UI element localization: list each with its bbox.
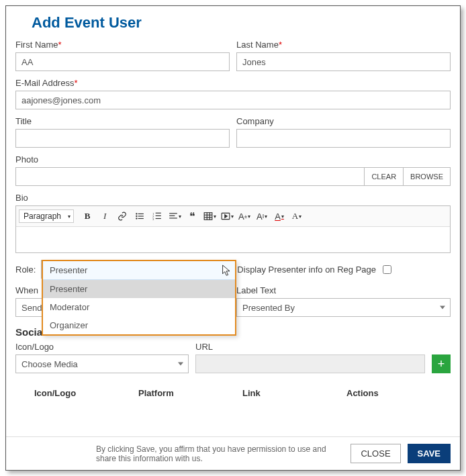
choose-media-select[interactable]: Choose Media bbox=[15, 354, 189, 373]
display-presenter-label: Display Presenter info on Reg Page bbox=[237, 265, 376, 275]
required-marker: * bbox=[58, 40, 62, 50]
font-family-icon[interactable]: AI▾ bbox=[254, 208, 270, 224]
page-title: Add Event User bbox=[32, 14, 451, 32]
th-actions: Actions bbox=[346, 388, 451, 398]
email-label-text: E-Mail Address bbox=[15, 78, 74, 88]
cursor-icon bbox=[222, 264, 232, 277]
company-field: Company bbox=[236, 116, 451, 148]
bio-field: Bio Paragraph ▾ B I 123 bbox=[15, 193, 451, 253]
italic-icon[interactable]: I bbox=[97, 208, 113, 224]
rte-toolbar: Paragraph ▾ B I 123 ▾ bbox=[16, 206, 450, 227]
add-social-button[interactable]: + bbox=[432, 354, 451, 373]
role-option-moderator[interactable]: Moderator bbox=[43, 298, 235, 316]
quote-icon[interactable]: ❝ bbox=[184, 208, 200, 224]
role-dropdown-selected[interactable]: Presenter bbox=[43, 261, 235, 280]
svg-marker-21 bbox=[224, 215, 227, 218]
plus-icon: + bbox=[438, 357, 445, 371]
svg-rect-1 bbox=[138, 213, 144, 214]
first-name-label: First Name* bbox=[15, 40, 230, 50]
display-presenter-wrap: Display Presenter info on Reg Page bbox=[237, 265, 391, 275]
svg-point-4 bbox=[136, 218, 137, 219]
svg-rect-7 bbox=[156, 213, 161, 213]
title-field: Title bbox=[15, 116, 230, 148]
label-text-label: Label Text bbox=[236, 285, 451, 295]
role-dropdown-selected-text: Presenter bbox=[50, 265, 87, 275]
svg-point-0 bbox=[136, 213, 137, 214]
svg-rect-9 bbox=[156, 216, 161, 216]
modal-body: Add Event User First Name* Last Name* E-… bbox=[6, 6, 460, 436]
icon-logo-label: Icon/Logo bbox=[15, 342, 189, 352]
photo-path-display bbox=[15, 167, 364, 186]
role-option-presenter[interactable]: Presenter bbox=[43, 280, 235, 298]
photo-field: Photo CLEAR BROWSE bbox=[15, 154, 451, 186]
svg-rect-15 bbox=[204, 213, 212, 220]
name-row: First Name* Last Name* bbox=[15, 40, 451, 71]
bio-editor: Paragraph ▾ B I 123 ▾ bbox=[15, 205, 451, 253]
email-input[interactable] bbox=[15, 91, 451, 109]
company-label: Company bbox=[236, 116, 451, 126]
font-size-icon[interactable]: A±▾ bbox=[236, 208, 252, 224]
url-field: URL bbox=[195, 342, 425, 373]
svg-rect-14 bbox=[169, 218, 177, 218]
social-add-row: Icon/Logo Choose Media URL + bbox=[15, 342, 451, 373]
media-icon[interactable]: ▾ bbox=[219, 208, 235, 224]
role-label: Role: bbox=[15, 265, 36, 275]
modal-footer: By clicking Save, you affirm that you ha… bbox=[6, 436, 460, 470]
label-text-field: Label Text Presented By bbox=[236, 285, 451, 317]
font-color-icon[interactable]: A▾ bbox=[271, 208, 287, 224]
first-name-field: First Name* bbox=[15, 40, 230, 71]
bold-icon[interactable]: B bbox=[79, 208, 95, 224]
url-input[interactable] bbox=[195, 354, 425, 373]
first-name-label-text: First Name bbox=[15, 40, 58, 50]
last-name-input[interactable] bbox=[236, 52, 451, 71]
photo-clear-button[interactable]: CLEAR bbox=[364, 167, 404, 186]
rte-format-label: Paragraph bbox=[24, 211, 61, 221]
bullet-list-icon[interactable] bbox=[132, 208, 148, 224]
bio-label: Bio bbox=[15, 193, 451, 203]
required-marker: * bbox=[74, 78, 77, 88]
svg-point-2 bbox=[136, 216, 137, 217]
last-name-label: Last Name* bbox=[236, 40, 451, 50]
svg-rect-12 bbox=[169, 213, 177, 213]
photo-label: Photo bbox=[15, 154, 451, 164]
label-text-select[interactable]: Presented By bbox=[236, 298, 451, 317]
display-presenter-checkbox[interactable] bbox=[383, 265, 391, 274]
align-icon[interactable]: ▾ bbox=[167, 208, 183, 224]
save-button[interactable]: SAVE bbox=[408, 444, 451, 463]
th-platform: Platform bbox=[138, 388, 242, 398]
email-row: E-Mail Address* bbox=[15, 78, 451, 109]
photo-row: CLEAR BROWSE bbox=[15, 167, 451, 186]
last-name-field: Last Name* bbox=[236, 40, 451, 71]
highlight-icon[interactable]: A▾ bbox=[289, 208, 305, 224]
title-input[interactable] bbox=[15, 129, 230, 148]
first-name-input[interactable] bbox=[15, 52, 230, 71]
title-label: Title bbox=[15, 116, 230, 126]
link-icon[interactable] bbox=[114, 208, 130, 224]
bio-textarea[interactable] bbox=[16, 227, 450, 252]
th-icon-logo: Icon/Logo bbox=[15, 388, 138, 398]
email-field: E-Mail Address* bbox=[15, 78, 451, 109]
svg-rect-3 bbox=[138, 216, 144, 216]
role-option-organizer[interactable]: Organizer bbox=[43, 316, 235, 334]
table-icon[interactable]: ▾ bbox=[201, 208, 218, 224]
chevron-down-icon: ▾ bbox=[68, 213, 71, 220]
footer-affirm-text: By clicking Save, you affirm that you ha… bbox=[15, 444, 344, 463]
svg-rect-5 bbox=[138, 218, 144, 219]
svg-rect-11 bbox=[156, 218, 161, 219]
role-dropdown-open: Presenter Presenter Moderator Organizer bbox=[42, 260, 236, 336]
svg-text:3: 3 bbox=[152, 218, 154, 221]
required-marker: * bbox=[279, 40, 282, 50]
social-table-header: Icon/Logo Platform Link Actions bbox=[15, 381, 451, 405]
email-label: E-Mail Address* bbox=[15, 78, 451, 88]
numbered-list-icon[interactable]: 123 bbox=[149, 208, 165, 224]
icon-logo-field: Icon/Logo Choose Media bbox=[15, 342, 189, 373]
close-button[interactable]: CLOSE bbox=[351, 444, 400, 463]
company-input[interactable] bbox=[236, 129, 451, 148]
last-name-label-text: Last Name bbox=[236, 40, 279, 50]
rte-format-select[interactable]: Paragraph ▾ bbox=[19, 209, 74, 223]
add-event-user-modal: Add Event User First Name* Last Name* E-… bbox=[5, 5, 461, 471]
th-link: Link bbox=[242, 388, 346, 398]
svg-rect-13 bbox=[169, 216, 175, 216]
url-label: URL bbox=[195, 342, 425, 352]
photo-browse-button[interactable]: BROWSE bbox=[404, 167, 451, 186]
